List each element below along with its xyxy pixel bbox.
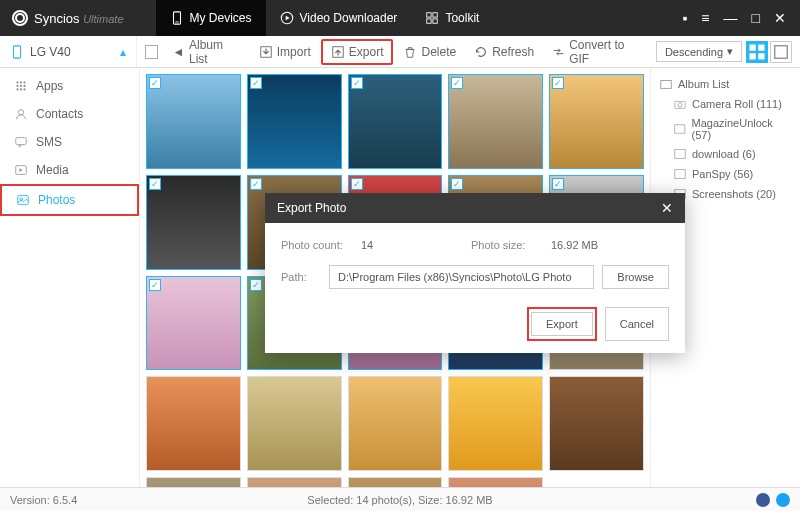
- sidebar-item-contacts[interactable]: Contacts: [0, 100, 139, 128]
- svg-rect-29: [661, 81, 672, 89]
- album-panspy[interactable]: PanSpy (56): [659, 164, 792, 184]
- check-icon[interactable]: ✓: [451, 178, 463, 190]
- modal-header[interactable]: Export Photo ✕: [265, 193, 685, 223]
- svg-point-23: [23, 88, 25, 90]
- album-download[interactable]: download (6): [659, 144, 792, 164]
- photo-thumb[interactable]: [146, 477, 241, 487]
- photo-thumb[interactable]: [348, 477, 443, 487]
- sidebar-item-media[interactable]: Media: [0, 156, 139, 184]
- album-root[interactable]: Album List: [659, 74, 792, 94]
- facebook-icon[interactable]: [756, 493, 770, 507]
- list-view-button[interactable]: [770, 41, 792, 63]
- check-icon[interactable]: ✓: [351, 77, 363, 89]
- album-label: Camera Roll (111): [692, 98, 782, 110]
- check-icon[interactable]: ✓: [552, 77, 564, 89]
- album-label: PanSpy (56): [692, 168, 753, 180]
- photo-thumb[interactable]: ✓: [348, 74, 443, 169]
- device-name: LG V40: [30, 45, 114, 59]
- sort-button[interactable]: Descending ▾: [656, 41, 742, 62]
- sidebar-label: Photos: [38, 193, 75, 207]
- photo-thumb[interactable]: [549, 376, 644, 471]
- delete-button[interactable]: Delete: [395, 41, 464, 63]
- path-input[interactable]: [329, 265, 594, 289]
- tab-my-devices[interactable]: My Devices: [156, 0, 266, 36]
- svg-rect-12: [750, 53, 756, 59]
- check-icon[interactable]: ✓: [250, 279, 262, 291]
- device-selector[interactable]: LG V40 ▴: [0, 36, 137, 67]
- browse-button[interactable]: Browse: [602, 265, 669, 289]
- minimize-icon[interactable]: —: [724, 10, 738, 26]
- close-icon[interactable]: ✕: [774, 10, 786, 26]
- titlebar: Syncios Ultimate My Devices Video Downlo…: [0, 0, 800, 36]
- photo-thumb[interactable]: ✓: [146, 175, 241, 270]
- import-button[interactable]: Import: [251, 41, 319, 63]
- chevron-up-icon: ▴: [120, 45, 126, 59]
- photo-thumb[interactable]: [448, 477, 543, 487]
- app-logo: Syncios Ultimate: [0, 10, 136, 26]
- photo-count-value: 14: [361, 239, 471, 251]
- phone-icon: [170, 11, 184, 25]
- tool-label: Convert to GIF: [569, 38, 642, 66]
- photo-size-label: Photo size:: [471, 239, 551, 251]
- twitter-icon[interactable]: [776, 493, 790, 507]
- import-icon: [259, 45, 273, 59]
- svg-rect-11: [758, 44, 764, 50]
- photo-thumb[interactable]: ✓: [146, 74, 241, 169]
- sidebar-item-apps[interactable]: Apps: [0, 72, 139, 100]
- sidebar-item-sms[interactable]: SMS: [0, 128, 139, 156]
- view-tools: Descending ▾: [656, 41, 800, 63]
- check-icon[interactable]: ✓: [552, 178, 564, 190]
- check-icon[interactable]: ✓: [351, 178, 363, 190]
- svg-point-22: [20, 88, 22, 90]
- maximize-icon[interactable]: □: [752, 10, 760, 26]
- svg-rect-10: [750, 44, 756, 50]
- photo-thumb[interactable]: [348, 376, 443, 471]
- tab-toolkit[interactable]: Toolkit: [411, 0, 493, 36]
- check-icon[interactable]: ✓: [149, 77, 161, 89]
- image-icon: [673, 147, 687, 161]
- check-icon[interactable]: ✓: [250, 77, 262, 89]
- photo-thumb[interactable]: ✓: [146, 276, 241, 371]
- cancel-button[interactable]: Cancel: [605, 307, 669, 341]
- tab-video-downloader[interactable]: Video Downloader: [266, 0, 412, 36]
- check-icon[interactable]: ✓: [149, 279, 161, 291]
- album-list-button[interactable]: ◄ Album List: [164, 34, 249, 70]
- select-all-checkbox[interactable]: [145, 45, 158, 59]
- photo-thumb[interactable]: [448, 376, 543, 471]
- tool-label: Album List: [189, 38, 241, 66]
- photo-count-label: Photo count:: [281, 239, 361, 251]
- grid-view-button[interactable]: [746, 41, 768, 63]
- menu-icon[interactable]: ≡: [701, 10, 709, 26]
- album-magazine[interactable]: MagazineUnlock (57): [659, 114, 792, 144]
- refresh-button[interactable]: Refresh: [466, 41, 542, 63]
- svg-point-16: [20, 81, 22, 83]
- sidebar: Apps Contacts SMS Media Photos: [0, 68, 140, 487]
- check-icon[interactable]: ✓: [250, 178, 262, 190]
- export-confirm-button[interactable]: Export: [531, 312, 593, 336]
- export-button[interactable]: Export: [321, 39, 394, 65]
- close-icon[interactable]: ✕: [661, 200, 673, 216]
- svg-rect-32: [675, 125, 685, 133]
- svg-rect-6: [433, 19, 437, 23]
- convert-gif-button[interactable]: Convert to GIF: [544, 34, 650, 70]
- trash-icon: [403, 45, 417, 59]
- photo-thumb[interactable]: ✓: [247, 74, 342, 169]
- photo-thumb[interactable]: [247, 376, 342, 471]
- social-links: [756, 493, 790, 507]
- album-camera-roll[interactable]: Camera Roll (111): [659, 94, 792, 114]
- sidebar-label: Apps: [36, 79, 63, 93]
- comment-icon[interactable]: ▪: [682, 10, 687, 26]
- sidebar-label: Contacts: [36, 107, 83, 121]
- export-photo-modal: Export Photo ✕ Photo count: 14 Photo siz…: [265, 193, 685, 353]
- modal-title: Export Photo: [277, 201, 346, 215]
- sidebar-item-photos[interactable]: Photos: [0, 184, 139, 216]
- svg-rect-3: [427, 13, 431, 17]
- photo-thumb[interactable]: [247, 477, 342, 487]
- photo-thumb[interactable]: ✓: [549, 74, 644, 169]
- photo-thumb[interactable]: [146, 376, 241, 471]
- sms-icon: [14, 135, 28, 149]
- photos-icon: [16, 193, 30, 207]
- check-icon[interactable]: ✓: [149, 178, 161, 190]
- photo-thumb[interactable]: ✓: [448, 74, 543, 169]
- check-icon[interactable]: ✓: [451, 77, 463, 89]
